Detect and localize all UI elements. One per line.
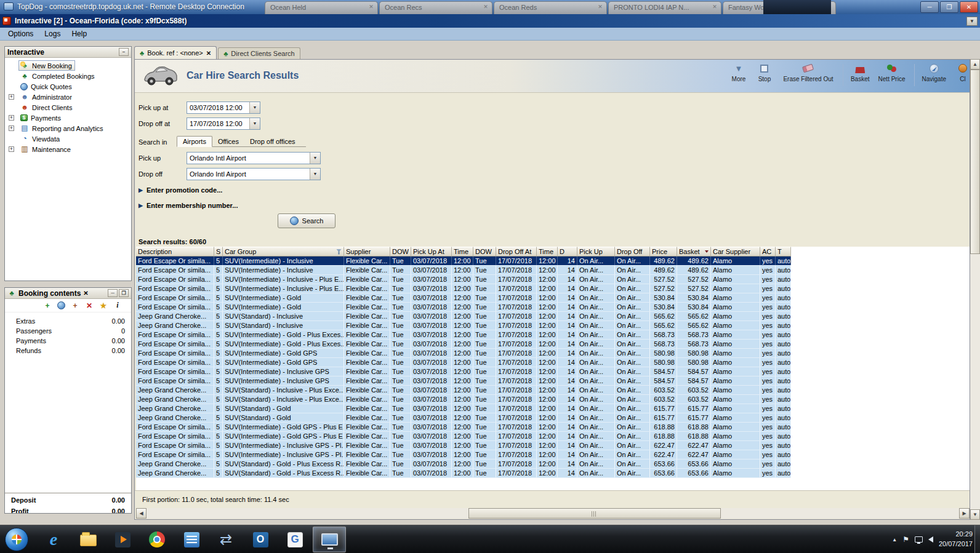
filter-icon[interactable] <box>336 249 342 255</box>
collapse-panel-button[interactable]: − <box>119 48 129 56</box>
dropdown-arrow-icon[interactable]: ▼ <box>310 169 320 180</box>
column-header-drop-off[interactable]: Drop Off <box>615 247 650 257</box>
sidebar-item-administrator[interactable]: + ☻Administrator <box>5 92 131 102</box>
basket-button[interactable]: Basket <box>851 63 870 82</box>
taskbar-notes-app[interactable] <box>175 527 208 552</box>
sidebar-item-reporting-and-analytics[interactable]: + ▤Reporting and Analytics <box>5 123 131 133</box>
table-row[interactable]: Ford Escape Or simila...5SUV(Intermediat… <box>136 376 791 386</box>
table-row[interactable]: Ford Escape Or simila...5SUV(Intermediat… <box>136 432 791 441</box>
action-center-icon[interactable]: ⚑ <box>902 535 909 544</box>
sidebar-item-new-booking[interactable]: ♣New Booking <box>5 60 131 71</box>
show-desktop-button[interactable] <box>974 525 980 553</box>
navigate-button[interactable]: Navigate <box>922 63 946 82</box>
expand-toggle[interactable]: + <box>9 125 14 131</box>
tray-expand-icon[interactable]: ▲ <box>892 537 897 543</box>
column-header-time[interactable]: Time <box>452 247 473 257</box>
scrollbar-thumb[interactable] <box>468 508 721 519</box>
close-panel-icon[interactable]: ✕ <box>83 290 88 296</box>
drop-off-select[interactable]: Orlando Intl Airport ▼ <box>187 168 321 180</box>
table-row[interactable]: Ford Escape Or simila...5SUV(Intermediat… <box>136 423 791 432</box>
column-header-time[interactable]: Time <box>537 247 558 257</box>
info-button[interactable]: i <box>113 301 122 310</box>
scrollbar-thumb[interactable] <box>970 70 980 254</box>
table-row[interactable]: Ford Escape Or simila...5SUV(Intermediat… <box>136 293 791 303</box>
minimize-panel-button[interactable]: ─ <box>108 289 118 297</box>
tab-close-icon[interactable]: ✕ <box>206 50 211 57</box>
table-row[interactable]: Jeep Grand Cheroke...5SUV(Standard) - In… <box>136 386 791 395</box>
dropdown-arrow-icon[interactable]: ▼ <box>249 118 260 129</box>
table-row[interactable]: Ford Escape Or simila...5SUV(Intermediat… <box>136 303 791 312</box>
taskbar-outlook[interactable]: O <box>244 527 277 552</box>
taskbar-internet-explorer[interactable]: e <box>37 527 70 552</box>
volume-icon[interactable] <box>928 536 933 543</box>
column-header-pick-up-at[interactable]: Pick Up At <box>411 247 452 257</box>
table-row[interactable]: Jeep Grand Cheroke...5SUV(Standard) - In… <box>136 312 791 321</box>
search-button[interactable]: Search <box>278 213 335 228</box>
menu-logs[interactable]: Logs <box>39 28 66 39</box>
expand-toggle[interactable]: + <box>9 115 14 121</box>
taskbar-sync-app[interactable]: ⇄ <box>209 527 243 552</box>
tab-direct-clients-search[interactable]: ♣ Direct Clients Search <box>218 47 300 59</box>
table-row[interactable]: Ford Escape Or simila...5SUV(Intermediat… <box>136 358 791 367</box>
column-header-price[interactable]: Price <box>650 247 677 257</box>
browser-tab[interactable]: Ocean Recs✕ <box>379 1 492 14</box>
scroll-left-button[interactable]: ◀ <box>136 508 147 519</box>
horizontal-scrollbar[interactable]: ◀ ▶ <box>136 508 970 519</box>
column-header-d[interactable]: D <box>558 247 577 257</box>
quote-globe-button[interactable] <box>57 301 65 309</box>
table-row[interactable]: Jeep Grand Cheroke...5SUV(Standard) - In… <box>136 395 791 404</box>
column-header-dow[interactable]: DOW <box>473 247 496 257</box>
restore-button[interactable]: ❐ <box>940 1 958 13</box>
table-row[interactable]: Ford Escape Or simila...5SUV(Intermediat… <box>136 340 791 349</box>
browser-tab[interactable]: Ocean Held✕ <box>265 1 378 14</box>
table-row[interactable]: Jeep Grand Cheroke...5SUV(Standard) - Go… <box>136 404 791 413</box>
more-button[interactable]: ▼More <box>729 63 748 82</box>
scroll-up-button[interactable]: ▲ <box>970 59 980 70</box>
drop-off-at-input[interactable]: 17/07/2018 12:00 ▼ <box>187 117 260 130</box>
expand-toggle[interactable]: + <box>9 94 14 100</box>
titlebar-menu-button[interactable]: ▼ <box>966 17 978 26</box>
taskbar-remote-desktop[interactable] <box>313 527 346 552</box>
table-row[interactable]: Jeep Grand Cheroke...5SUV(Standard) - Go… <box>136 413 791 423</box>
table-row[interactable]: Ford Escape Or simila...5SUV(Intermediat… <box>136 284 791 293</box>
pick-up-at-input[interactable]: 03/07/2018 12:00 ▼ <box>187 101 260 114</box>
network-icon[interactable] <box>915 536 923 543</box>
column-header-s[interactable]: S <box>214 247 223 257</box>
tab-booking-ref[interactable]: ♣ Book. ref : <none> ✕ <box>134 46 217 59</box>
column-header-pick-up[interactable]: Pick Up <box>577 247 615 257</box>
column-header-basket[interactable]: Basket <box>677 247 711 257</box>
dropdown-arrow-icon[interactable]: ▼ <box>249 102 260 113</box>
column-header-supplier[interactable]: Supplier <box>344 247 390 257</box>
tab-close-icon[interactable]: ✕ <box>367 4 375 11</box>
column-header-ac[interactable]: AC <box>760 247 776 257</box>
dropdown-arrow-icon[interactable]: ▼ <box>310 153 320 164</box>
table-row[interactable]: Jeep Grand Cheroke...5SUV(Standard) - Go… <box>136 469 791 478</box>
taskbar-file-explorer[interactable] <box>71 527 105 552</box>
table-row[interactable]: Ford Escape Or simila...5SUV(Intermediat… <box>136 275 791 284</box>
browser-tab[interactable]: Ocean Reds✕ <box>494 1 607 14</box>
table-row[interactable]: Ford Escape Or simila...5SUV(Intermediat… <box>136 266 791 275</box>
tab-close-icon[interactable]: ✕ <box>596 4 604 11</box>
menu-help[interactable]: Help <box>66 28 92 39</box>
nett-price-button[interactable]: Nett Price <box>877 63 907 82</box>
taskbar-media-app[interactable] <box>106 527 139 552</box>
table-row[interactable]: Jeep Grand Cheroke...5SUV(Standard) - Go… <box>136 460 791 469</box>
delete-item-button[interactable]: ✕ <box>85 301 94 310</box>
sidebar-item-maintenance[interactable]: + ▥Maintenance <box>5 144 131 154</box>
taskbar-chrome[interactable] <box>140 527 174 552</box>
table-row[interactable]: Ford Escape Or simila...5SUV(Intermediat… <box>136 441 791 450</box>
close-button[interactable]: ✕ <box>960 1 978 13</box>
column-header-dow[interactable]: DOW <box>390 247 411 257</box>
tab-airports[interactable]: Airports <box>177 136 212 147</box>
tab-offices[interactable]: Offices <box>212 137 244 146</box>
column-header-t[interactable]: T <box>776 247 791 257</box>
sidebar-item-completed-bookings[interactable]: ♣Completed Bookings <box>5 71 131 81</box>
start-button[interactable] <box>5 528 28 551</box>
table-row[interactable]: Ford Escape Or simila...5SUV(Intermediat… <box>136 367 791 376</box>
tab-close-icon[interactable]: ✕ <box>711 4 718 11</box>
table-row[interactable]: Ford Escape Or simila...5SUV(Intermediat… <box>136 349 791 358</box>
menu-options[interactable]: Options <box>2 28 39 39</box>
add-item-button[interactable]: + <box>43 301 52 310</box>
browser-tab[interactable]: PRONTO LODI4 IAP N...✕ <box>608 1 721 14</box>
minimize-button[interactable]: ─ <box>920 1 939 13</box>
